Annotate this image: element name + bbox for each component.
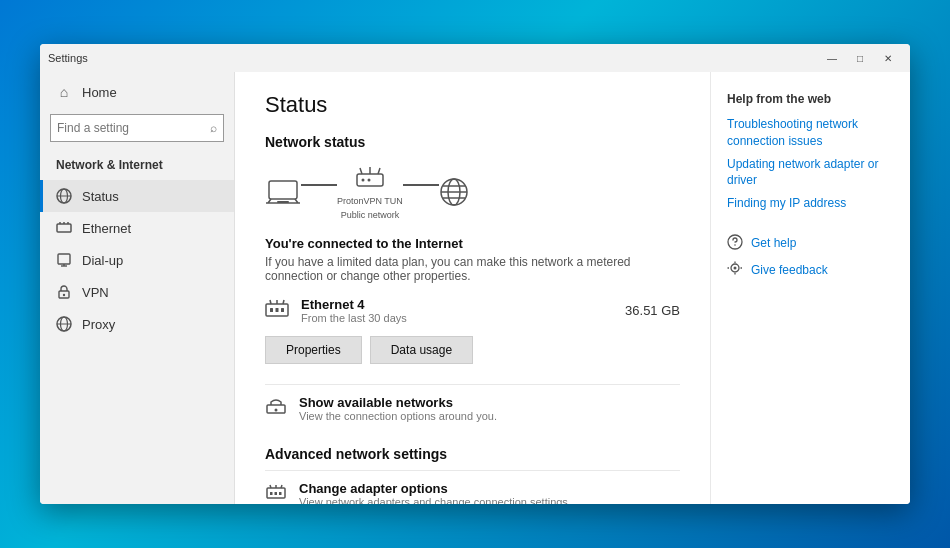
content-area: ⌂ Home ⌕ Network & Internet Status Ether…: [40, 72, 910, 504]
connected-message: You're connected to the Internet: [265, 236, 680, 251]
sidebar-item-ethernet[interactable]: Ethernet: [40, 212, 234, 244]
window-controls: — □ ✕: [818, 48, 902, 68]
svg-rect-30: [270, 308, 273, 312]
svg-line-16: [360, 168, 362, 174]
svg-point-55: [734, 266, 737, 269]
help-link-2[interactable]: Updating network adapter or driver: [727, 156, 894, 190]
help-link-1[interactable]: Troubleshooting network connection issue…: [727, 116, 894, 150]
minimize-button[interactable]: —: [818, 48, 846, 68]
ethernet-port-icon: [265, 298, 289, 323]
svg-rect-3: [57, 224, 71, 232]
ethernet-row: Ethernet 4 From the last 30 days 36.51 G…: [265, 297, 680, 324]
svg-line-38: [281, 485, 282, 488]
feedback-label[interactable]: Give feedback: [751, 263, 828, 277]
vpn-icon: [56, 284, 72, 300]
net-line-2: [403, 184, 439, 186]
advanced-settings-title: Advanced network settings: [265, 446, 680, 462]
sidebar-item-vpn-label: VPN: [82, 285, 109, 300]
main-content: Status Network status: [235, 72, 710, 504]
action-buttons: Properties Data usage: [265, 336, 680, 364]
svg-rect-32: [281, 308, 284, 312]
svg-point-9: [63, 294, 65, 296]
proxy-icon: [56, 316, 72, 332]
svg-point-19: [361, 179, 364, 182]
change-adapter-row[interactable]: Change adapter options View network adap…: [265, 470, 680, 504]
data-usage-button[interactable]: Data usage: [370, 336, 473, 364]
show-networks-icon: [265, 397, 287, 420]
home-icon: ⌂: [56, 84, 72, 100]
change-adapter-text: Change adapter options View network adap…: [299, 481, 571, 504]
sidebar-item-proxy-label: Proxy: [82, 317, 115, 332]
svg-line-27: [270, 300, 271, 304]
sidebar-item-home[interactable]: ⌂ Home: [40, 76, 234, 108]
right-panel: Help from the web Troubleshooting networ…: [710, 72, 910, 504]
show-networks-title: Show available networks: [299, 395, 497, 410]
feedback-action[interactable]: Give feedback: [727, 261, 894, 280]
search-icon: ⌕: [210, 121, 217, 135]
svg-rect-39: [270, 492, 273, 495]
get-help-label[interactable]: Get help: [751, 236, 796, 250]
network-status-title: Network status: [265, 134, 680, 150]
show-networks-text: Show available networks View the connect…: [299, 395, 497, 422]
sidebar-item-dialup[interactable]: Dial-up: [40, 244, 234, 276]
router-icon-group: ProtonVPN TUN Public network: [337, 164, 403, 220]
ethernet-info: Ethernet 4 From the last 30 days: [301, 297, 613, 324]
show-networks-row[interactable]: Show available networks View the connect…: [265, 384, 680, 432]
network-diagram: ProtonVPN TUN Public network: [265, 164, 680, 220]
help-title: Help from the web: [727, 92, 894, 106]
laptop-icon-group: [265, 178, 301, 206]
search-box: ⌕: [50, 114, 224, 142]
svg-rect-41: [279, 492, 282, 495]
sidebar-item-status[interactable]: Status: [40, 180, 234, 212]
settings-window: Settings — □ ✕ ⌂ Home ⌕ Network & Intern…: [40, 44, 910, 504]
sidebar-item-dialup-label: Dial-up: [82, 253, 123, 268]
ethernet-sub: From the last 30 days: [301, 312, 613, 324]
svg-point-34: [275, 409, 278, 412]
status-icon: [56, 188, 72, 204]
ethernet-name: Ethernet 4: [301, 297, 613, 312]
window-title: Settings: [48, 52, 818, 64]
network-type: Public network: [341, 210, 400, 220]
svg-line-18: [378, 168, 380, 174]
get-help-action[interactable]: Get help: [727, 234, 894, 253]
sidebar-item-status-label: Status: [82, 189, 119, 204]
svg-rect-40: [275, 492, 278, 495]
change-adapter-sub: View network adapters and change connect…: [299, 496, 571, 504]
search-input[interactable]: [57, 121, 210, 135]
svg-rect-14: [277, 201, 289, 203]
sidebar-section-title: Network & Internet: [40, 152, 234, 180]
dialup-icon: [56, 252, 72, 268]
adapter-icon: [265, 483, 287, 504]
svg-line-36: [270, 485, 271, 488]
feedback-icon: [727, 261, 743, 280]
svg-rect-13: [269, 181, 297, 199]
home-label: Home: [82, 85, 117, 100]
get-help-icon: [727, 234, 743, 253]
change-adapter-title: Change adapter options: [299, 481, 571, 496]
globe-icon-group: [439, 177, 469, 207]
sidebar-item-vpn[interactable]: VPN: [40, 276, 234, 308]
vpn-name: ProtonVPN TUN: [337, 196, 403, 206]
maximize-button[interactable]: □: [846, 48, 874, 68]
sidebar: ⌂ Home ⌕ Network & Internet Status Ether…: [40, 72, 235, 504]
help-divider: [727, 218, 894, 234]
close-button[interactable]: ✕: [874, 48, 902, 68]
titlebar: Settings — □ ✕: [40, 44, 910, 72]
svg-point-53: [734, 244, 736, 246]
help-link-3[interactable]: Finding my IP address: [727, 195, 894, 212]
svg-line-29: [283, 300, 284, 304]
ethernet-icon: [56, 220, 72, 236]
show-networks-sub: View the connection options around you.: [299, 410, 497, 422]
page-title: Status: [265, 92, 680, 118]
connected-sub: If you have a limited data plan, you can…: [265, 255, 680, 283]
ethernet-size: 36.51 GB: [625, 303, 680, 318]
sidebar-item-ethernet-label: Ethernet: [82, 221, 131, 236]
sidebar-item-proxy[interactable]: Proxy: [40, 308, 234, 340]
svg-rect-31: [276, 308, 279, 312]
net-line-1: [301, 184, 337, 186]
svg-point-20: [367, 179, 370, 182]
svg-rect-7: [58, 254, 70, 264]
properties-button[interactable]: Properties: [265, 336, 362, 364]
